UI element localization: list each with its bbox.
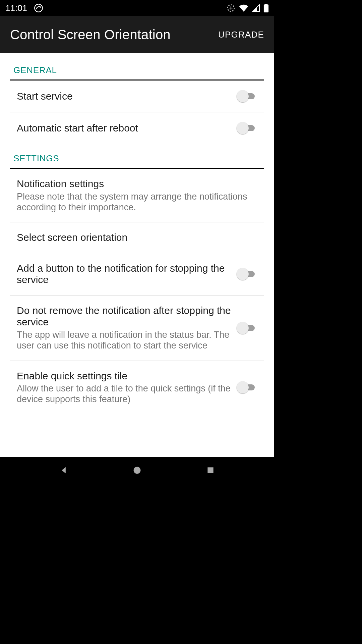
svg-rect-2 — [264, 4, 268, 12]
status-time: 11:01 — [5, 3, 27, 13]
pref-title: Select screen orientation — [17, 232, 259, 244]
nav-home-button[interactable] — [117, 460, 157, 480]
pref-title: Start service — [17, 91, 231, 102]
recents-icon — [206, 466, 215, 475]
pref-keep-notification[interactable]: Do not remove the notification after sto… — [10, 296, 264, 361]
svg-point-0 — [35, 4, 42, 12]
pref-title: Automatic start after reboot — [17, 122, 231, 134]
navigation-bar — [0, 457, 274, 484]
pref-stop-button[interactable]: Add a button to the notification for sto… — [10, 253, 264, 296]
upgrade-button[interactable]: UPGRADE — [218, 30, 264, 40]
wifi-icon — [239, 4, 249, 12]
pref-auto-start[interactable]: Automatic start after reboot — [10, 112, 264, 144]
nav-recents-button[interactable] — [190, 460, 231, 480]
svg-point-4 — [133, 467, 140, 474]
home-icon — [132, 466, 142, 475]
app-bar: Control Screen Orientation UPGRADE — [0, 16, 274, 53]
signal-icon — [252, 4, 260, 12]
switch-stop-button[interactable] — [237, 268, 257, 280]
pref-select-orientation[interactable]: Select screen orientation — [10, 222, 264, 253]
svg-rect-3 — [265, 4, 267, 5]
back-icon — [59, 466, 68, 475]
section-header-general: GENERAL — [10, 53, 264, 80]
pref-summary: Allow the user to add a tile to the quic… — [17, 383, 231, 405]
pref-title: Notification settings — [17, 178, 259, 190]
switch-quick-tile[interactable] — [237, 381, 257, 394]
pref-start-service[interactable]: Start service — [10, 80, 264, 112]
pref-title: Add a button to the notification for sto… — [17, 263, 231, 286]
switch-auto-start[interactable] — [237, 122, 257, 135]
pref-title: Enable quick settings tile — [17, 370, 231, 382]
section-header-settings: SETTINGS — [10, 144, 264, 169]
switch-keep-notification[interactable] — [237, 322, 257, 334]
pref-title: Do not remove the notification after sto… — [17, 305, 231, 328]
settings-list[interactable]: GENERAL Start service Automatic start af… — [0, 53, 274, 457]
status-bar: 11:01 — [0, 0, 274, 16]
pref-notification-settings[interactable]: Notification settings Please note that t… — [10, 169, 264, 222]
battery-icon — [263, 4, 269, 12]
switch-start-service[interactable] — [237, 90, 257, 103]
pref-quick-tile[interactable]: Enable quick settings tile Allow the use… — [10, 361, 264, 409]
data-saver-icon — [227, 4, 235, 12]
pref-summary: Please note that the system may arrange … — [17, 191, 259, 213]
orientation-app-icon — [34, 3, 43, 13]
nav-back-button[interactable] — [44, 460, 84, 480]
page-title: Control Screen Orientation — [10, 27, 171, 42]
svg-rect-5 — [208, 467, 214, 473]
pref-summary: The app will leave a notification in the… — [17, 329, 231, 351]
